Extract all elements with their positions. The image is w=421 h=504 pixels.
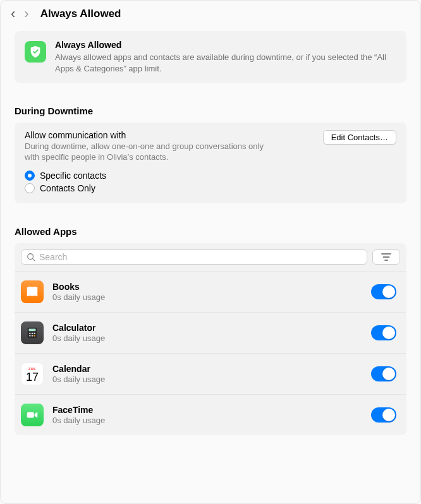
radio-button[interactable]: [25, 183, 35, 193]
info-text: Always Allowed Always allowed apps and c…: [55, 40, 396, 74]
app-name: FaceTime: [52, 405, 362, 415]
allowed-apps-heading: Allowed Apps: [15, 226, 406, 237]
filter-button[interactable]: [372, 249, 400, 265]
info-title: Always Allowed: [55, 40, 396, 50]
books-app-icon: [21, 280, 44, 303]
nav-arrows: ‹ ›: [11, 7, 29, 21]
app-row: JUL17Calendar0s daily usage: [15, 353, 406, 394]
edit-contacts-button[interactable]: Edit Contacts…: [323, 130, 396, 145]
app-name: Calculator: [52, 323, 362, 333]
app-toggle[interactable]: [371, 407, 396, 423]
svg-point-10: [29, 335, 30, 336]
app-usage: 0s daily usage: [52, 333, 362, 343]
svg-rect-13: [27, 412, 34, 417]
info-description: Always allowed apps and contacts are ava…: [55, 52, 396, 74]
svg-point-12: [34, 335, 35, 336]
allowed-apps-card: Books0s daily usageCalculator0s daily us…: [15, 243, 406, 435]
radio-button[interactable]: [25, 171, 35, 181]
svg-point-8: [32, 333, 33, 334]
svg-rect-6: [29, 328, 36, 331]
search-input[interactable]: [39, 252, 362, 262]
app-row: FaceTime0s daily usage: [15, 394, 406, 435]
search-field-wrap[interactable]: [21, 249, 367, 265]
search-icon: [27, 253, 35, 261]
search-row: [15, 243, 406, 271]
page-title: Always Allowed: [40, 8, 121, 20]
svg-line-1: [33, 259, 35, 261]
app-name: Books: [52, 282, 362, 292]
app-list: Books0s daily usageCalculator0s daily us…: [15, 271, 406, 435]
calendar-app-icon: JUL17: [21, 363, 44, 385]
app-toggle[interactable]: [371, 325, 396, 340]
app-info: FaceTime0s daily usage: [52, 405, 362, 425]
calculator-app-icon: [21, 321, 44, 344]
communication-text: Allow communication with During downtime…: [25, 130, 278, 163]
forward-button: ›: [24, 7, 28, 21]
downtime-heading: During Downtime: [15, 105, 406, 116]
svg-point-9: [34, 333, 35, 334]
communication-card: Allow communication with During downtime…: [15, 123, 406, 203]
app-info: Calculator0s daily usage: [52, 323, 362, 343]
app-toggle[interactable]: [371, 366, 396, 381]
header-bar: ‹ › Always Allowed: [1, 1, 420, 26]
app-usage: 0s daily usage: [52, 375, 362, 384]
radio-option[interactable]: Contacts Only: [25, 182, 396, 195]
communication-title: Allow communication with: [25, 130, 278, 140]
back-button[interactable]: ‹: [11, 7, 15, 21]
filter-icon: [381, 253, 391, 261]
radio-option[interactable]: Specific contacts: [25, 169, 396, 182]
svg-point-7: [29, 333, 30, 334]
radio-label: Contacts Only: [40, 183, 95, 193]
svg-point-11: [32, 335, 33, 336]
communication-header: Allow communication with During downtime…: [25, 130, 396, 163]
app-name: Calendar: [52, 364, 362, 374]
app-row: Calculator0s daily usage: [15, 312, 406, 353]
app-info: Books0s daily usage: [52, 282, 362, 302]
settings-pane: ‹ › Always Allowed Always Allowed Always…: [1, 1, 420, 435]
app-info: Calendar0s daily usage: [52, 364, 362, 384]
main-content: Always Allowed Always allowed apps and c…: [1, 26, 420, 435]
calendar-day: 17: [26, 371, 39, 383]
communication-description: During downtime, allow one-on-one and gr…: [25, 141, 278, 163]
app-toggle[interactable]: [371, 284, 396, 299]
info-callout: Always Allowed Always allowed apps and c…: [15, 31, 406, 83]
app-usage: 0s daily usage: [52, 416, 362, 425]
app-row: Books0s daily usage: [15, 271, 406, 312]
always-allowed-icon: [25, 41, 46, 63]
calendar-month: JUL: [28, 367, 37, 371]
radio-label: Specific contacts: [40, 171, 106, 181]
facetime-app-icon: [21, 404, 44, 426]
communication-radio-group: Specific contactsContacts Only: [25, 169, 396, 195]
app-usage: 0s daily usage: [52, 292, 362, 302]
